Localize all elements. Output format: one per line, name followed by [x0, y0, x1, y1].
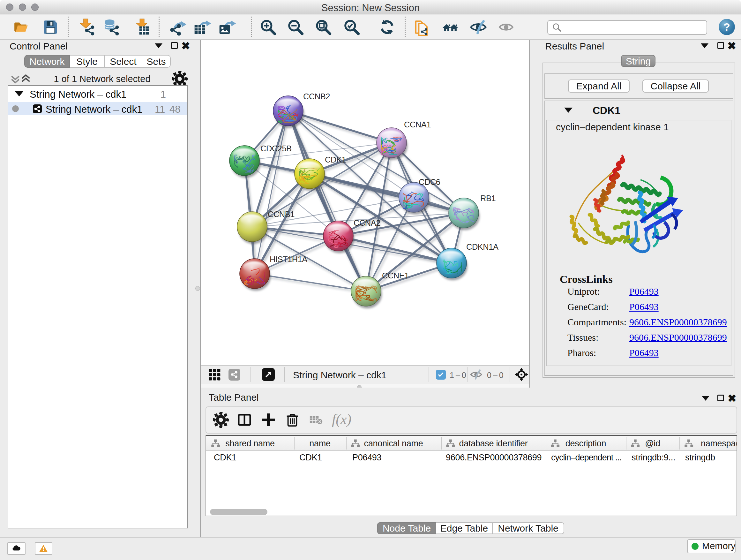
svg-text:CCNB1: CCNB1: [268, 210, 294, 219]
svg-text:CDC25B: CDC25B: [260, 144, 292, 153]
svg-text:CCNA1: CCNA1: [404, 120, 431, 129]
svg-text:CDC6: CDC6: [419, 178, 441, 186]
svg-text:CDK1: CDK1: [325, 155, 346, 164]
svg-text:HIST1H1A: HIST1H1A: [270, 255, 307, 264]
svg-text:RB1: RB1: [480, 194, 495, 203]
svg-text:CCNE1: CCNE1: [382, 271, 409, 280]
svg-text:CCNB2: CCNB2: [303, 92, 330, 101]
svg-text:CDKN1A: CDKN1A: [466, 242, 498, 251]
svg-text:CCNA2: CCNA2: [354, 219, 381, 227]
